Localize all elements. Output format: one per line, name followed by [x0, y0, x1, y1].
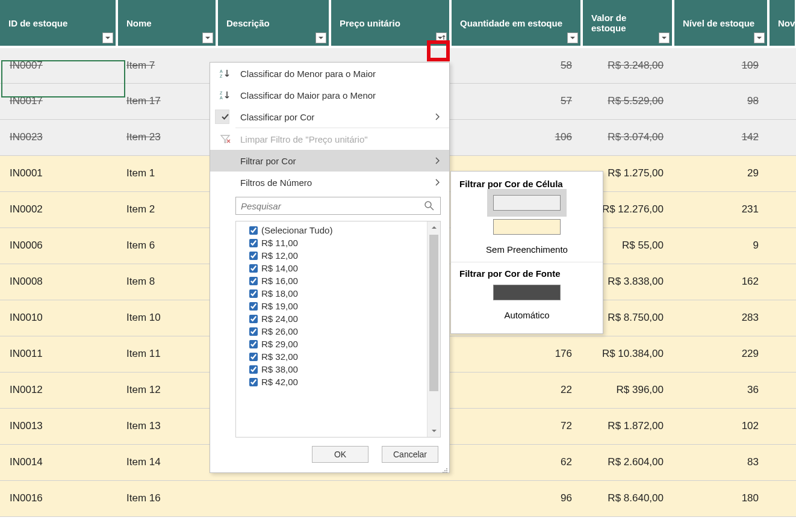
- filter-value-checkbox[interactable]: [249, 302, 258, 311]
- table-cell[interactable]: R$ 2.604,00: [582, 444, 673, 480]
- column-header-novo[interactable]: Nov: [768, 0, 796, 47]
- table-cell[interactable]: R$ 1.872,00: [582, 408, 673, 444]
- table-cell[interactable]: IN0016: [0, 480, 117, 516]
- color-swatch-dark[interactable]: [493, 285, 561, 300]
- table-cell[interactable]: [768, 336, 796, 372]
- filter-button-preco-active[interactable]: [436, 32, 447, 43]
- column-header-id[interactable]: ID de estoque: [0, 0, 117, 47]
- menu-filter-by-color[interactable]: Filtrar por Cor: [210, 150, 449, 172]
- filter-value-item[interactable]: R$ 12,00: [241, 249, 424, 262]
- table-cell[interactable]: [768, 227, 796, 264]
- table-cell[interactable]: [768, 444, 796, 480]
- filter-value-item[interactable]: R$ 26,00: [241, 325, 424, 338]
- filter-value-item[interactable]: R$ 11,00: [241, 237, 424, 249]
- table-cell[interactable]: [330, 480, 450, 516]
- table-cell[interactable]: IN0014: [0, 444, 117, 480]
- table-cell[interactable]: Item 17: [117, 83, 217, 119]
- filter-value-checkbox[interactable]: [249, 315, 258, 323]
- submenu-no-fill[interactable]: Sem Preenchimento: [451, 241, 603, 261]
- table-cell[interactable]: 162: [673, 264, 768, 300]
- table-cell[interactable]: Item 8: [117, 264, 217, 300]
- table-cell[interactable]: Item 11: [117, 336, 217, 372]
- table-cell[interactable]: IN0002: [0, 191, 117, 227]
- table-cell[interactable]: Item 12: [117, 372, 217, 408]
- filter-value-checkbox[interactable]: [249, 239, 258, 247]
- table-cell[interactable]: IN0023: [0, 119, 117, 155]
- table-cell[interactable]: 229: [673, 336, 768, 372]
- table-cell[interactable]: 106: [450, 119, 582, 155]
- submenu-automatic[interactable]: Automático: [451, 306, 603, 326]
- table-cell[interactable]: R$ 10.384,00: [582, 336, 673, 372]
- table-cell[interactable]: R$ 8.640,00: [582, 480, 673, 516]
- table-cell[interactable]: Item 6: [117, 227, 217, 264]
- table-cell[interactable]: R$ 5.529,00: [582, 83, 673, 119]
- column-header-valor[interactable]: Valor de estoque: [582, 0, 673, 47]
- ok-button[interactable]: OK: [312, 446, 368, 463]
- filter-value-checkbox[interactable]: [249, 252, 258, 260]
- menu-number-filters[interactable]: Filtros de Número: [210, 172, 449, 193]
- table-cell[interactable]: 57: [450, 83, 582, 119]
- table-cell[interactable]: IN0017: [0, 83, 117, 119]
- resize-grip-icon[interactable]: [442, 465, 448, 471]
- filter-value-item[interactable]: (Selecionar Tudo): [241, 224, 424, 237]
- filter-value-item[interactable]: R$ 19,00: [241, 300, 424, 312]
- filter-value-checkbox[interactable]: [249, 277, 258, 285]
- filter-value-item[interactable]: R$ 32,00: [241, 350, 424, 363]
- table-cell[interactable]: [768, 264, 796, 300]
- table-cell[interactable]: IN0013: [0, 408, 117, 444]
- table-cell[interactable]: R$ 3.074,00: [582, 119, 673, 155]
- table-cell[interactable]: [217, 480, 330, 516]
- color-swatch-cream[interactable]: [493, 219, 561, 235]
- column-header-nivel[interactable]: Nível de estoque: [673, 0, 768, 47]
- filter-value-item[interactable]: R$ 14,00: [241, 262, 424, 274]
- table-row[interactable]: IN0016Item 1696R$ 8.640,00180: [0, 480, 796, 516]
- table-cell[interactable]: IN0007: [0, 47, 117, 83]
- table-cell[interactable]: [768, 155, 796, 191]
- filter-button-descricao[interactable]: [316, 32, 326, 43]
- table-cell[interactable]: [768, 83, 796, 119]
- table-cell[interactable]: IN0010: [0, 300, 117, 336]
- table-cell[interactable]: 83: [673, 444, 768, 480]
- filter-value-checkbox[interactable]: [249, 327, 258, 336]
- scroll-up-icon[interactable]: [428, 221, 440, 234]
- table-cell[interactable]: 96: [450, 480, 582, 516]
- table-cell[interactable]: [768, 119, 796, 155]
- table-cell[interactable]: R$ 3.248,00: [582, 47, 673, 83]
- filter-value-checkbox[interactable]: [249, 289, 258, 298]
- table-cell[interactable]: 176: [450, 336, 582, 372]
- filter-value-checkbox[interactable]: [249, 365, 258, 374]
- menu-sort-ascending[interactable]: AZ Classificar do Menor para o Maior: [210, 63, 449, 84]
- color-swatch-grey[interactable]: [493, 195, 561, 211]
- table-cell[interactable]: 58: [450, 47, 582, 83]
- table-cell[interactable]: Item 7: [117, 47, 217, 83]
- table-cell[interactable]: 9: [673, 227, 768, 264]
- filter-search-input[interactable]: [235, 197, 441, 215]
- table-cell[interactable]: IN0011: [0, 336, 117, 372]
- column-header-quantidade[interactable]: Quantidade em estoque: [450, 0, 582, 47]
- filter-value-item[interactable]: R$ 24,00: [241, 312, 424, 325]
- table-cell[interactable]: 109: [673, 47, 768, 83]
- table-cell[interactable]: [768, 408, 796, 444]
- table-cell[interactable]: 29: [673, 155, 768, 191]
- filter-button-nome[interactable]: [202, 32, 213, 43]
- table-cell[interactable]: IN0012: [0, 372, 117, 408]
- table-cell[interactable]: 283: [673, 300, 768, 336]
- filter-value-item[interactable]: R$ 18,00: [241, 287, 424, 300]
- filter-value-item[interactable]: R$ 29,00: [241, 338, 424, 350]
- table-cell[interactable]: IN0001: [0, 155, 117, 191]
- column-header-preco[interactable]: Preço unitário: [330, 0, 450, 47]
- table-cell[interactable]: [768, 372, 796, 408]
- column-header-descricao[interactable]: Descrição: [217, 0, 330, 47]
- table-cell[interactable]: 102: [673, 408, 768, 444]
- scrollbar-thumb[interactable]: [429, 235, 438, 391]
- table-cell[interactable]: 231: [673, 191, 768, 227]
- menu-sort-by-color[interactable]: Classificar por Cor: [210, 106, 449, 128]
- table-cell[interactable]: 180: [673, 480, 768, 516]
- column-header-nome[interactable]: Nome: [117, 0, 217, 47]
- table-cell[interactable]: IN0008: [0, 264, 117, 300]
- table-cell[interactable]: [768, 300, 796, 336]
- filter-button-quantidade[interactable]: [567, 32, 578, 43]
- filter-value-checkbox[interactable]: [249, 340, 258, 348]
- filter-button-id[interactable]: [102, 32, 113, 43]
- cancel-button[interactable]: Cancelar: [382, 446, 438, 463]
